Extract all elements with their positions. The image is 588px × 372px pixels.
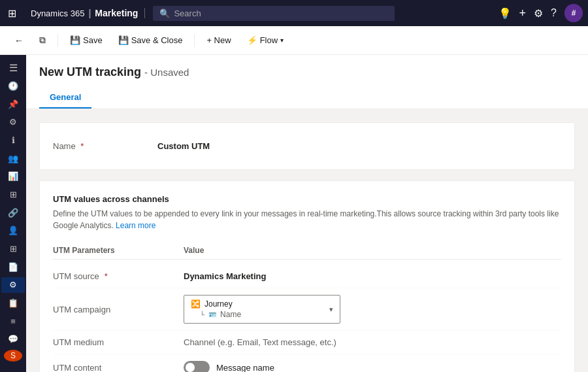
name-row: Name * Custom UTM — [53, 136, 561, 156]
save-icon: 💾 — [70, 35, 80, 45]
content-area: Name * Custom UTM UTM values across chan… — [26, 109, 588, 372]
page-title-text: New UTM tracking — [39, 65, 141, 78]
app-name-label: Marketing — [95, 8, 138, 18]
learn-more-link[interactable]: Learn more — [116, 221, 155, 230]
utm-content-row: UTM content Message name — [53, 354, 561, 372]
search-icon: 🔍 — [159, 8, 170, 18]
sidebar-item-active-settings[interactable]: ⚙ — [1, 277, 25, 293]
main-content: New UTM tracking - Unsaved General Name … — [26, 55, 588, 372]
utm-source-param: UTM source * — [53, 271, 184, 281]
sidebar-item-menu[interactable]: ☰ — [1, 60, 25, 76]
sidebar-item-contacts[interactable]: 👥 — [1, 150, 25, 166]
lightbulb-icon[interactable]: 💡 — [498, 7, 512, 20]
flow-button[interactable]: ⚡ Flow ▾ — [240, 33, 290, 48]
waffle-icon[interactable]: ⊞ — [5, 5, 19, 22]
utm-campaign-param: UTM campaign — [53, 305, 184, 314]
toolbar-separator-2 — [194, 34, 195, 47]
name-value[interactable]: Custom UTM — [157, 141, 210, 151]
layout: ☰ 🕐 📌 ⚙ ℹ 👥 📊 ⊞ 🔗 👤 ⊞ 📄 ⚙ 📋 ≡ 💬 S New UT… — [0, 55, 588, 372]
dropdown-child-row: └ 🪪 Name — [200, 310, 329, 319]
top-nav: ⊞ Dynamics 365 | Marketing 🔍 💡 + ⚙ ? # — [0, 0, 588, 26]
tab-general[interactable]: General — [39, 87, 91, 109]
restore-button[interactable]: ⧉ — [33, 32, 52, 48]
sidebar-item-user[interactable]: S — [4, 350, 22, 362]
save-close-button[interactable]: 💾 Save & Close — [112, 33, 189, 48]
utm-source-value: Dynamics Marketing — [184, 271, 561, 281]
utm-table-header: UTM Parameters Value — [53, 242, 561, 260]
restore-icon: ⧉ — [39, 35, 46, 46]
save-close-label: Save & Close — [131, 35, 183, 45]
tabs: General — [39, 87, 575, 109]
sidebar-item-chat[interactable]: 💬 — [1, 331, 25, 347]
sidebar-item-settings[interactable]: ⚙ — [1, 114, 25, 130]
sidebar-item-journeys[interactable]: 🔗 — [1, 205, 25, 220]
back-button[interactable]: ← — [8, 33, 30, 48]
save-close-icon: 💾 — [118, 35, 129, 45]
sidebar-item-apps[interactable]: ⊞ — [1, 241, 25, 257]
settings-icon[interactable]: ⚙ — [534, 7, 543, 20]
name-label: Name — [220, 310, 241, 319]
dropdown-chevron-icon: ▾ — [329, 305, 333, 314]
sidebar: ☰ 🕐 📌 ⚙ ℹ 👥 📊 ⊞ 🔗 👤 ⊞ 📄 ⚙ 📋 ≡ 💬 S — [0, 55, 26, 372]
dropdown-content: 🔀 Journey └ 🪪 Name — [191, 299, 329, 319]
toolbar: ← ⧉ 💾 Save 💾 Save & Close + New ⚡ Flow ▾ — [0, 26, 588, 55]
back-icon: ← — [14, 35, 24, 46]
sidebar-item-analytics[interactable]: 📊 — [1, 169, 25, 184]
app-suite-label: Dynamics 365 — [31, 8, 84, 18]
journey-icon: 🔀 — [191, 299, 201, 309]
toggle-knob — [186, 363, 195, 372]
utm-param-col-header: UTM Parameters — [53, 246, 184, 255]
flow-label: Flow — [260, 35, 278, 45]
card-icon: 🪪 — [208, 311, 216, 318]
name-label: Name * — [53, 141, 157, 151]
utm-value-col-header: Value — [184, 246, 204, 255]
dropdown-parent-row: 🔀 Journey — [191, 299, 329, 309]
help-icon[interactable]: ? — [551, 7, 557, 19]
utm-campaign-dropdown[interactable]: 🔀 Journey └ 🪪 Name ▾ — [184, 295, 340, 324]
sidebar-item-leads[interactable]: 👤 — [1, 223, 25, 239]
utm-content-param: UTM content — [53, 363, 184, 373]
sidebar-item-recent[interactable]: 🕐 — [1, 78, 25, 94]
top-nav-icons: 💡 + ⚙ ? # — [498, 4, 583, 22]
utm-source-required: * — [105, 271, 108, 281]
save-label: Save — [83, 35, 103, 45]
utm-medium-value: Channel (e.g. Email, Text message, etc.) — [184, 337, 561, 347]
brand: Dynamics 365 | Marketing — [24, 8, 145, 18]
journey-label: Journey — [204, 299, 233, 309]
utm-section-title: UTM values across channels — [53, 194, 561, 204]
sidebar-item-list[interactable]: ≡ — [1, 313, 25, 329]
save-button[interactable]: 💾 Save — [63, 33, 109, 48]
utm-section-description: Define the UTM values to be appended to … — [53, 208, 561, 231]
utm-source-row: UTM source * Dynamics Marketing — [53, 265, 561, 288]
name-icon: └ — [200, 311, 204, 318]
utm-campaign-row: UTM campaign 🔀 Journey └ � — [53, 288, 561, 331]
name-form-card: Name * Custom UTM — [39, 122, 575, 170]
toggle-container: Message name — [184, 361, 561, 372]
sidebar-item-pin[interactable]: 📌 — [1, 96, 25, 112]
add-icon[interactable]: + — [519, 7, 527, 20]
new-button[interactable]: + New — [200, 33, 237, 48]
avatar[interactable]: # — [564, 4, 583, 22]
toggle-label: Message name — [216, 363, 274, 373]
unsaved-label: - Unsaved — [144, 67, 189, 78]
search-bar[interactable]: 🔍 — [153, 6, 395, 21]
flow-chevron-icon: ▾ — [280, 37, 284, 44]
search-input[interactable] — [174, 8, 388, 18]
utm-medium-row: UTM medium Channel (e.g. Email, Text mes… — [53, 331, 561, 354]
page-title: New UTM tracking - Unsaved — [39, 65, 575, 79]
sidebar-item-info[interactable]: ℹ — [1, 133, 25, 148]
message-name-toggle[interactable] — [184, 361, 210, 372]
utm-medium-param: UTM medium — [53, 337, 184, 347]
utm-section: UTM values across channels Define the UT… — [39, 180, 575, 372]
sidebar-item-reports[interactable]: 📋 — [1, 296, 25, 311]
new-label: + New — [206, 35, 231, 45]
toolbar-separator-1 — [57, 34, 58, 47]
sidebar-item-content[interactable]: 📄 — [1, 259, 25, 275]
utm-campaign-value: 🔀 Journey └ 🪪 Name ▾ — [184, 295, 561, 324]
flow-icon: ⚡ — [247, 35, 257, 45]
page-header: New UTM tracking - Unsaved General — [26, 55, 588, 109]
name-required-indicator: * — [80, 141, 84, 151]
utm-content-value: Message name — [184, 361, 561, 372]
sidebar-item-segments[interactable]: ⊞ — [1, 187, 25, 203]
